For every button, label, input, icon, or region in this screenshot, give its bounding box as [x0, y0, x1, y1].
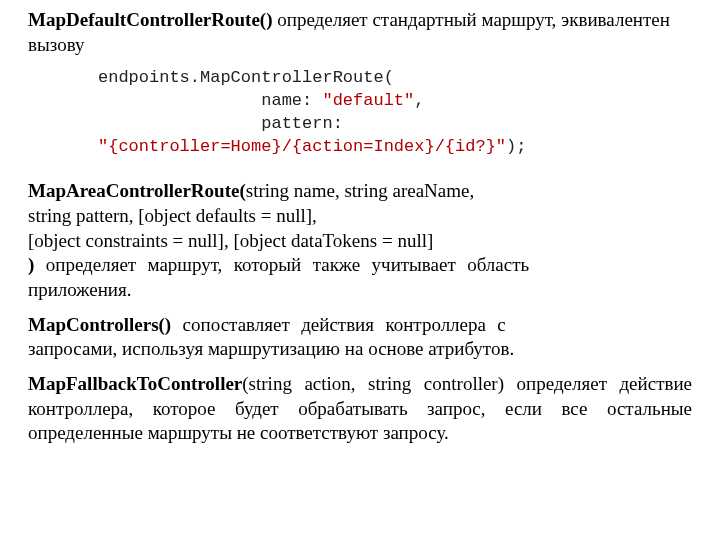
method-name: MapControllers()	[28, 314, 171, 335]
code-line: endpoints.MapControllerRoute(	[98, 68, 394, 87]
code-line: );	[506, 137, 526, 156]
para-text: приложения.	[28, 279, 131, 300]
method-name: MapFallbackToController	[28, 373, 242, 394]
para-mapfallback: MapFallbackToController(string action, s…	[28, 372, 692, 446]
para-mapcontrollers: MapControllers() сопоставляет действия к…	[28, 313, 692, 362]
signature-part: string name, string areaName,	[246, 180, 474, 201]
code-snippet: endpoints.MapControllerRoute( name: "def…	[98, 67, 692, 159]
signature-part: [object constraints = null], [object dat…	[28, 230, 433, 251]
signature-part: (string action, string controller)	[242, 373, 504, 394]
method-name: MapDefaultControllerRoute()	[28, 9, 273, 30]
code-line: pattern:	[98, 114, 353, 133]
signature-part: string pattern, [object defaults = null]…	[28, 205, 317, 226]
code-string: "{controller=Home}/{action=Index}/{id?}"	[98, 137, 506, 156]
code-string: "default"	[322, 91, 414, 110]
para-maparea: MapAreaControllerRoute(string name, stri…	[28, 179, 692, 302]
code-line: ,	[414, 91, 424, 110]
para-text: сопоставляет действия контроллера с	[171, 314, 506, 335]
para-mapdefault: MapDefaultControllerRoute() определяет с…	[28, 8, 692, 57]
document-page: MapDefaultControllerRoute() определяет с…	[0, 0, 720, 464]
code-line: name:	[98, 91, 322, 110]
method-name: MapAreaControllerRoute(	[28, 180, 246, 201]
para-text: определяет маршрут, который также учитыв…	[34, 254, 529, 275]
para-text: запросами, используя маршрутизацию на ос…	[28, 338, 514, 359]
